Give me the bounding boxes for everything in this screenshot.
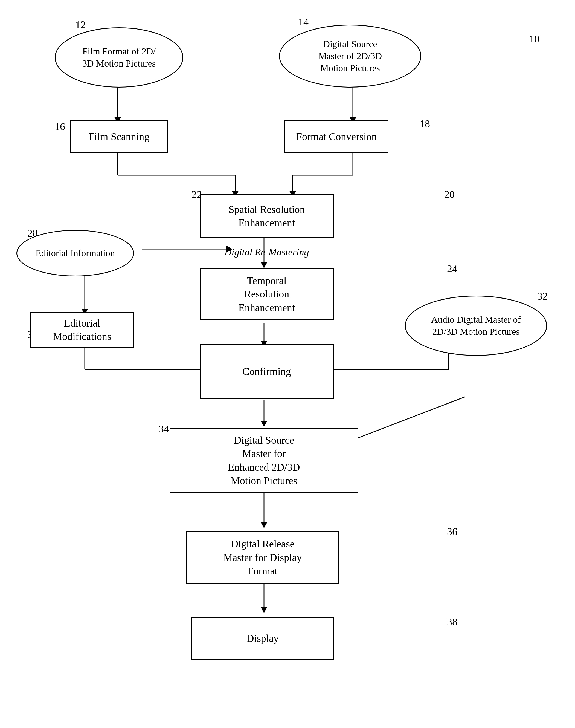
- editorial-modifications-box: EditorialModifications: [30, 312, 134, 348]
- ref-14: 14: [298, 16, 309, 28]
- temporal-resolution-box: TemporalResolutionEnhancement: [200, 268, 334, 320]
- format-conversion-box: Format Conversion: [284, 121, 388, 153]
- ref-38: 38: [447, 616, 458, 628]
- confirming-box: Confirming: [200, 344, 334, 399]
- svg-marker-13: [261, 262, 267, 268]
- ref-32: 32: [537, 290, 548, 302]
- display-box: Display: [192, 617, 334, 660]
- audio-digital-ellipse: Audio Digital Master of2D/3D Motion Pict…: [405, 296, 547, 356]
- film-scanning-box: Film Scanning: [70, 121, 168, 153]
- ref-24: 24: [447, 263, 458, 275]
- svg-marker-28: [261, 421, 267, 427]
- spatial-resolution-box: Spatial ResolutionEnhancement: [200, 194, 334, 238]
- ref-16: 16: [55, 121, 65, 132]
- ref-20: 20: [444, 188, 454, 200]
- diagram-container: 10 12 Film Format of 2D/3D Motion Pictur…: [0, 0, 575, 728]
- editorial-info-ellipse: Editorial Information: [16, 230, 134, 276]
- ref-18: 18: [419, 118, 430, 130]
- digital-release-box: Digital ReleaseMaster for DisplayFormat: [186, 531, 339, 584]
- ref-10: 10: [529, 33, 539, 45]
- svg-marker-30: [261, 522, 267, 528]
- digital-source-master-box: Digital SourceMaster forEnhanced 2D/3DMo…: [170, 428, 358, 493]
- ref-12: 12: [75, 19, 86, 31]
- digital-remastering-label: Digital Re-Mastering: [200, 246, 334, 258]
- ref-36: 36: [447, 526, 458, 537]
- film-format-ellipse: Film Format of 2D/3D Motion Pictures: [55, 27, 183, 88]
- ref-34: 34: [159, 423, 169, 435]
- digital-source-ellipse: Digital SourceMaster of 2D/3DMotion Pict…: [279, 25, 421, 88]
- svg-marker-32: [261, 607, 267, 613]
